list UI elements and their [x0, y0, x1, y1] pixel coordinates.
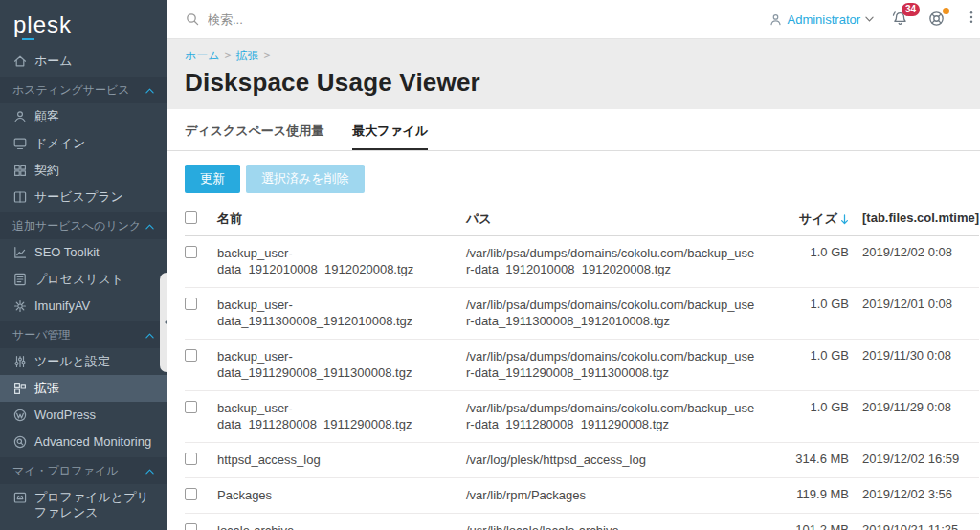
search-box[interactable] [185, 11, 768, 27]
table-body: backup_user-data_1912010008_1912020008.t… [185, 236, 979, 530]
sidebar-item[interactable]: WordPress [0, 402, 167, 429]
delete-selected-button[interactable]: 選択済みを削除 [246, 165, 365, 193]
sidebar-item[interactable]: ImunifyAV [0, 293, 167, 320]
sidebar-section-header[interactable]: サーバ管理 [0, 321, 167, 348]
tabs: ディスクスペース使用量最大ファイル [167, 109, 980, 151]
notifications-button[interactable]: 34 [891, 10, 910, 29]
sidebar-item-label: 契約 [34, 163, 59, 178]
file-mtime: 2019/12/01 0:08 [849, 297, 979, 311]
search-icon [185, 11, 200, 27]
column-header-size[interactable]: サイズ [772, 210, 849, 228]
more-menu-button[interactable] [964, 10, 980, 29]
file-mtime: 2019/10/21 11:25 [849, 522, 979, 530]
table-row: backup_user-data_1911290008_1911300008.t… [185, 340, 979, 391]
sidebar-collapse-handle[interactable] [160, 273, 167, 372]
file-path: /var/lib/psa/dumps/domains/cokolu.com/ba… [466, 400, 772, 432]
file-name: backup_user-data_1911300008_1912010008.t… [217, 297, 466, 329]
sidebar-section-header[interactable]: 追加サービスへのリンク [0, 212, 167, 239]
file-path: /var/log/plesk/httpsd_access_log [466, 452, 772, 468]
row-checkbox[interactable] [185, 349, 197, 362]
file-size: 101.2 MB [772, 522, 849, 530]
column-header-path[interactable]: パス [466, 210, 772, 228]
file-mtime: 2019/11/29 0:08 [849, 400, 979, 414]
user-icon [768, 12, 783, 27]
column-header-mtime[interactable]: [tab.files.col.mtime] [849, 210, 979, 225]
breadcrumb-separator: > [225, 49, 232, 62]
search-input[interactable] [208, 12, 495, 27]
chevron-down-icon [865, 16, 874, 22]
row-checkbox[interactable] [185, 401, 197, 413]
sidebar-item[interactable]: SEO Toolkit [0, 239, 167, 266]
domain-icon [12, 136, 28, 151]
wordpress-icon [12, 408, 28, 423]
page-header: ホーム>拡張> Diskspace Usage Viewer [167, 39, 980, 109]
user-menu[interactable]: Administrator [768, 12, 875, 27]
sidebar-item-label: ドメイン [34, 136, 85, 151]
tab-diskspace-usage[interactable]: ディスクスペース使用量 [185, 122, 323, 150]
sidebar-item[interactable]: 拡張 [0, 375, 167, 402]
sidebar-item[interactable]: 顧客 [0, 103, 167, 130]
file-name: locale-archive [217, 522, 466, 530]
row-checkbox[interactable] [185, 298, 197, 310]
breadcrumb-link[interactable]: 拡張 [236, 49, 259, 62]
sidebar-item[interactable]: プロセスリスト [0, 266, 167, 293]
service-plan-icon [12, 189, 28, 205]
extensions-icon [12, 381, 28, 396]
sidebar-item[interactable]: サービスプラン [0, 184, 167, 210]
sidebar-item-label: プロセスリスト [34, 272, 123, 287]
row-checkbox[interactable] [185, 488, 197, 500]
breadcrumb-link[interactable]: ホーム [185, 49, 220, 62]
sidebar-section-header[interactable]: マイ・プロファイル [0, 457, 167, 484]
file-path: /var/lib/rpm/Packages [466, 487, 772, 503]
toolbar: 更新 選択済みを削除 [167, 151, 980, 205]
sidebar-item[interactable]: Advanced Monitoring [0, 429, 167, 455]
row-checkbox[interactable] [185, 523, 197, 530]
sidebar-section-label: サーバ管理 [12, 327, 71, 343]
chevron-up-icon [145, 333, 154, 339]
breadcrumb: ホーム>拡張> [185, 48, 979, 64]
chevron-left-icon [165, 318, 168, 327]
process-list-icon [12, 272, 28, 287]
file-size: 1.0 GB [772, 400, 849, 414]
column-header-name[interactable]: 名前 [217, 210, 466, 228]
sidebar-section-label: マイ・プロファイル [12, 463, 118, 479]
sidebar-item[interactable]: ホーム [0, 48, 167, 75]
sidebar-item-label: ImunifyAV [34, 298, 90, 314]
column-header-size-label: サイズ [799, 210, 837, 228]
refresh-button[interactable]: 更新 [185, 165, 240, 193]
seo-icon [12, 245, 28, 260]
file-path: /var/lib/psa/dumps/domains/cokolu.com/ba… [466, 348, 772, 381]
sidebar-item-label: Advanced Monitoring [34, 434, 151, 450]
sidebar-item-label: WordPress [34, 408, 96, 423]
sidebar-item[interactable]: ツールと設定 [0, 348, 167, 375]
file-size: 1.0 GB [772, 245, 849, 259]
sidebar-item[interactable]: 契約 [0, 157, 167, 184]
row-checkbox[interactable] [185, 246, 197, 258]
file-name: httpsd_access_log [217, 452, 466, 468]
row-checkbox[interactable] [185, 453, 197, 465]
help-notification-dot [943, 8, 949, 14]
help-button[interactable] [927, 10, 947, 29]
table-row: Packages/var/lib/rpm/Packages119.9 MB201… [185, 478, 979, 514]
tab-largest-files[interactable]: 最大ファイル [352, 122, 428, 150]
tools-icon [12, 354, 28, 369]
sidebar-item[interactable]: プロファイルとプリファレンス [0, 484, 167, 526]
sidebar-section-header[interactable]: ホスティングサービス [0, 77, 167, 103]
sidebar-item[interactable]: パスワード変更 [0, 526, 167, 530]
sidebar-item[interactable]: ドメイン [0, 130, 167, 157]
imunify-icon [12, 298, 28, 314]
subscription-icon [12, 163, 28, 178]
sidebar-item-label: 拡張 [34, 381, 59, 396]
notifications-badge: 34 [902, 3, 920, 16]
sidebar-nav: ホームホスティングサービス顧客ドメイン契約サービスプラン追加サービスへのリンクS… [0, 48, 167, 530]
table-row: backup_user-data_1911280008_1911290008.t… [185, 391, 979, 443]
file-size: 1.0 GB [772, 348, 849, 363]
topbar: Administrator 34 [167, 0, 980, 39]
sidebar-item-label: ホーム [34, 54, 73, 69]
app-window: plesk ホームホスティングサービス顧客ドメイン契約サービスプラン追加サービス… [0, 0, 980, 530]
file-mtime: 2019/12/02 0:08 [849, 245, 979, 259]
select-all-checkbox[interactable] [185, 211, 197, 224]
profile-icon [12, 490, 28, 505]
plesk-logo[interactable]: plesk [0, 0, 167, 48]
file-name: backup_user-data_1912010008_1912020008.t… [217, 245, 466, 277]
